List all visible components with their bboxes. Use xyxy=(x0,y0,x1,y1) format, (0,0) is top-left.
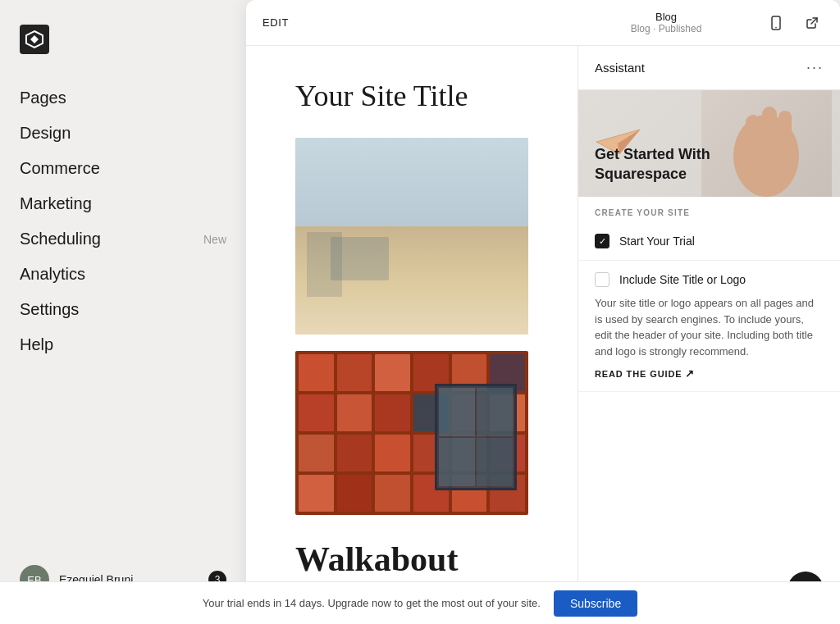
sidebar-item-scheduling[interactable]: Scheduling New xyxy=(20,223,226,255)
blog-content[interactable]: Your Site Title xyxy=(246,46,578,624)
checklist-item-title-header[interactable]: Include Site Title or Logo xyxy=(595,272,824,287)
svg-point-2 xyxy=(775,26,777,28)
checklist-item-trial: Start Your Trial xyxy=(578,222,840,261)
hand-icon xyxy=(717,90,815,197)
bottom-bar: Your trial ends in 14 days. Upgrade now … xyxy=(0,581,840,624)
title-checkbox[interactable] xyxy=(595,272,609,287)
breadcrumb: Blog · Published xyxy=(631,23,702,34)
read-guide-link[interactable]: READ THE GUIDE ↗ xyxy=(595,367,824,380)
main-content: EDIT Blog Blog · Published xyxy=(246,0,840,624)
title-label: Include Site Title or Logo xyxy=(619,273,746,286)
sidebar-item-analytics[interactable]: Analytics xyxy=(20,258,226,290)
svg-rect-5 xyxy=(762,107,777,160)
sidebar-item-design[interactable]: Design xyxy=(20,117,226,149)
arrow-icon: ↗ xyxy=(685,367,695,380)
external-link-icon[interactable] xyxy=(801,11,824,34)
trial-label: Start Your Trial xyxy=(619,235,695,248)
page-name: Blog xyxy=(631,11,702,23)
assistant-panel: Assistant ··· xyxy=(578,46,840,624)
topbar: EDIT Blog Blog · Published xyxy=(246,0,840,46)
assistant-title: Assistant xyxy=(595,61,645,75)
svg-rect-6 xyxy=(778,111,792,160)
walkabout-title: Walkabout xyxy=(295,540,528,579)
section-label: CREATE YOUR SITE xyxy=(578,197,840,222)
checklist-item-title: Include Site Title or Logo Your site tit… xyxy=(578,261,840,392)
scheduling-badge: New xyxy=(203,233,226,246)
blog-image-brick xyxy=(295,351,528,515)
squarespace-logo xyxy=(20,25,49,54)
assistant-menu-button[interactable]: ··· xyxy=(806,59,824,76)
assistant-hero: Get Started With Squarespace xyxy=(578,90,840,197)
abstract-image xyxy=(295,138,528,335)
hero-text: Get Started With Squarespace xyxy=(595,145,710,184)
trial-checkbox[interactable] xyxy=(595,234,609,248)
content-wrapper: Your Site Title xyxy=(246,46,840,624)
sidebar-item-marketing[interactable]: Marketing xyxy=(20,188,226,220)
edit-button[interactable]: EDIT xyxy=(262,16,289,29)
checklist-item-trial-header[interactable]: Start Your Trial xyxy=(595,234,824,248)
assistant-header: Assistant ··· xyxy=(578,46,840,90)
mobile-preview-icon[interactable] xyxy=(765,11,788,34)
blog-image-abstract xyxy=(295,138,528,335)
site-title: Your Site Title xyxy=(295,79,528,113)
logo-area xyxy=(0,16,246,82)
svg-rect-4 xyxy=(746,115,760,164)
sidebar-item-help[interactable]: Help xyxy=(20,329,226,361)
main-nav: Pages Design Commerce Marketing Scheduli… xyxy=(0,82,246,552)
sidebar-item-pages[interactable]: Pages xyxy=(20,82,226,114)
sidebar-item-settings[interactable]: Settings xyxy=(20,294,226,326)
sidebar-item-commerce[interactable]: Commerce xyxy=(20,153,226,184)
sidebar: Pages Design Commerce Marketing Scheduli… xyxy=(0,0,246,624)
topbar-actions xyxy=(765,11,824,34)
subscribe-button[interactable]: Subscribe xyxy=(554,590,637,617)
page-info: Blog Blog · Published xyxy=(631,11,702,34)
hero-heading: Get Started With Squarespace xyxy=(595,145,710,184)
trial-message: Your trial ends in 14 days. Upgrade now … xyxy=(203,597,541,609)
title-description: Your site title or logo appears on all p… xyxy=(595,295,824,359)
